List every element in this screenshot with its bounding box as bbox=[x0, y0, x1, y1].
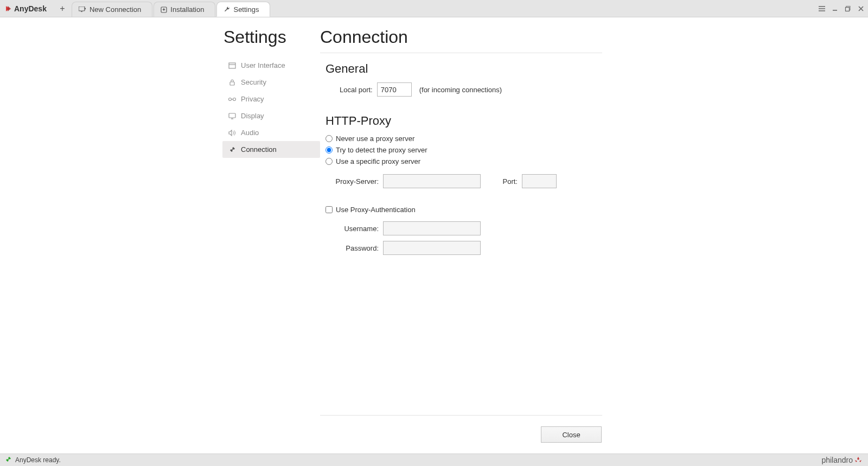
divider bbox=[320, 53, 602, 53]
new-tab-button[interactable]: + bbox=[56, 3, 68, 15]
status-text: AnyDesk ready. bbox=[15, 456, 61, 464]
svg-rect-9 bbox=[230, 82, 234, 85]
glasses-icon bbox=[227, 97, 238, 101]
svg-rect-3 bbox=[81, 11, 82, 12]
section-proxy-heading: HTTP-Proxy bbox=[326, 114, 624, 128]
tab-bar: AnyDesk + New Connection Installation Se… bbox=[0, 0, 868, 17]
tab-installation[interactable]: Installation bbox=[154, 2, 215, 17]
sidebar-item-label: Connection bbox=[241, 145, 277, 154]
sidebar-item-display[interactable]: Display bbox=[222, 107, 320, 124]
proxy-radio-detect[interactable]: Try to detect the proxy server bbox=[326, 146, 624, 154]
sidebar-item-label: Audio bbox=[241, 129, 259, 137]
tab-label: Settings bbox=[233, 5, 259, 14]
sidebar-item-user-interface[interactable]: User Interface bbox=[222, 57, 320, 74]
settings-heading: Settings bbox=[224, 27, 320, 47]
proxy-username-input[interactable] bbox=[383, 221, 481, 235]
app-title: AnyDesk bbox=[0, 0, 56, 17]
main-panel: Connection General Local port: (for inco… bbox=[320, 17, 624, 454]
sidebar-item-label: Security bbox=[241, 78, 266, 86]
close-window-button[interactable] bbox=[856, 4, 866, 14]
sidebar-item-connection[interactable]: Connection bbox=[222, 141, 320, 158]
local-port-hint: (for incoming connections) bbox=[419, 86, 502, 94]
maximize-button[interactable] bbox=[843, 4, 853, 14]
minimize-button[interactable] bbox=[830, 4, 840, 14]
ui-icon bbox=[227, 62, 238, 69]
proxy-password-label: Password: bbox=[335, 244, 379, 252]
svg-rect-2 bbox=[79, 7, 85, 11]
svg-point-4 bbox=[85, 8, 86, 9]
settings-sidebar: Settings User Interface Security Privacy bbox=[222, 17, 320, 454]
local-port-label: Local port: bbox=[340, 86, 373, 94]
display-icon bbox=[227, 113, 238, 119]
proxy-radio-never[interactable]: Never use a proxy server bbox=[326, 135, 624, 143]
proxy-username-label: Username: bbox=[335, 225, 379, 233]
tab-new-connection[interactable]: New Connection bbox=[72, 2, 152, 17]
monitor-icon bbox=[79, 7, 86, 13]
svg-marker-1 bbox=[8, 6, 11, 11]
proxy-auth-checkbox[interactable] bbox=[326, 206, 333, 213]
content-area: Settings User Interface Security Privacy bbox=[0, 17, 868, 454]
brand-text: philandro bbox=[821, 456, 853, 464]
tab-label: New Connection bbox=[90, 5, 141, 14]
proxy-port-input[interactable] bbox=[522, 174, 557, 188]
sidebar-item-security[interactable]: Security bbox=[222, 74, 320, 91]
page-title: Connection bbox=[320, 27, 624, 47]
sidebar-item-label: Privacy bbox=[241, 95, 264, 103]
section-general-heading: General bbox=[326, 62, 624, 76]
proxy-port-label: Port: bbox=[492, 177, 518, 186]
hamburger-menu-icon[interactable] bbox=[817, 4, 827, 14]
sidebar-item-privacy[interactable]: Privacy bbox=[222, 91, 320, 107]
svg-rect-12 bbox=[229, 113, 235, 118]
wrench-icon bbox=[224, 6, 230, 12]
status-ready-icon bbox=[4, 456, 11, 465]
speaker-icon bbox=[227, 130, 238, 136]
local-port-input[interactable] bbox=[377, 82, 412, 97]
install-icon bbox=[161, 7, 167, 13]
proxy-auth-checkbox-row[interactable]: Use Proxy-Authentication bbox=[326, 206, 624, 214]
svg-point-11 bbox=[233, 98, 236, 100]
sidebar-item-audio[interactable]: Audio bbox=[222, 124, 320, 141]
proxy-radio-never-input[interactable] bbox=[326, 135, 333, 142]
sidebar-item-label: Display bbox=[241, 112, 264, 120]
proxy-radio-detect-input[interactable] bbox=[326, 146, 333, 154]
proxy-server-row: Proxy-Server: Port: bbox=[335, 174, 624, 188]
proxy-username-row: Username: bbox=[335, 221, 624, 235]
lock-icon bbox=[227, 79, 238, 86]
plug-icon bbox=[227, 146, 238, 154]
proxy-radio-specific-input[interactable] bbox=[326, 158, 333, 165]
brand-label: philandro bbox=[821, 454, 863, 466]
proxy-server-label: Proxy-Server: bbox=[335, 177, 379, 186]
proxy-radio-detect-label: Try to detect the proxy server bbox=[336, 146, 427, 154]
proxy-auth-label: Use Proxy-Authentication bbox=[336, 206, 416, 214]
status-bar: AnyDesk ready. philandro bbox=[0, 454, 868, 466]
close-button[interactable]: Close bbox=[541, 426, 602, 443]
proxy-password-row: Password: bbox=[335, 241, 624, 255]
footer-divider bbox=[320, 415, 602, 416]
proxy-server-input[interactable] bbox=[383, 174, 481, 188]
proxy-radio-never-label: Never use a proxy server bbox=[336, 135, 414, 143]
tab-label: Installation bbox=[170, 5, 204, 14]
left-gutter bbox=[0, 17, 222, 454]
brand-mark-icon bbox=[854, 456, 863, 464]
local-port-row: Local port: (for incoming connections) bbox=[340, 82, 624, 97]
settings-nav-list: User Interface Security Privacy Display bbox=[222, 57, 320, 158]
proxy-radio-specific[interactable]: Use a specific proxy server bbox=[326, 157, 624, 165]
sidebar-item-label: User Interface bbox=[241, 61, 285, 69]
svg-rect-7 bbox=[846, 7, 850, 11]
proxy-password-input[interactable] bbox=[383, 241, 481, 255]
anydesk-logo-icon bbox=[4, 5, 12, 12]
svg-point-10 bbox=[229, 98, 232, 100]
proxy-radio-specific-label: Use a specific proxy server bbox=[336, 157, 420, 165]
app-name: AnyDesk bbox=[14, 4, 47, 13]
window-controls bbox=[817, 0, 866, 17]
footer-area: Close bbox=[320, 415, 624, 454]
svg-rect-8 bbox=[229, 63, 235, 68]
tab-settings[interactable]: Settings bbox=[216, 2, 270, 17]
